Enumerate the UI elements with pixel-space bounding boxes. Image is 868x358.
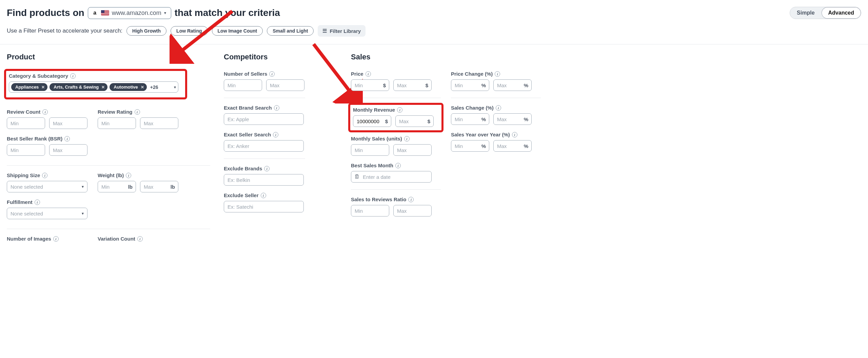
domain-select[interactable]: a www.amazon.com ▾ (88, 7, 171, 19)
info-icon[interactable]: i (395, 163, 401, 168)
num-images-label: Number of Imagesi (7, 236, 87, 242)
info-icon[interactable]: i (496, 105, 501, 111)
best-month-label: Best Sales Monthi (351, 163, 441, 168)
chip-appliances[interactable]: Appliances✕ (11, 83, 47, 91)
price-change-label: Price Change (%)i (451, 71, 541, 77)
chevron-down-icon: ▾ (174, 85, 176, 90)
info-icon[interactable]: i (70, 73, 76, 79)
chip-more[interactable]: +26 (149, 84, 160, 90)
ratio-min[interactable] (351, 205, 389, 216)
close-icon[interactable]: ✕ (101, 85, 105, 90)
info-icon[interactable]: i (35, 200, 40, 205)
page-title: Find products on a www.amazon.com ▾ that… (7, 7, 280, 19)
filter-library-label: Filter Library (330, 28, 361, 34)
sales-change-label: Sales Change (%)i (451, 105, 541, 111)
preset-label: Use a Filter Preset to accelerate your s… (7, 27, 122, 34)
sellers-min[interactable] (224, 79, 262, 91)
library-icon: ☰ (322, 28, 327, 34)
ratio-max[interactable] (393, 205, 432, 216)
sellers-label: Number of Sellersi (224, 71, 344, 77)
us-flag-icon (101, 10, 109, 16)
exclude-brands-label: Exclude Brandsi (224, 166, 344, 171)
ratio-label: Sales to Reviews Ratioi (351, 196, 441, 202)
chevron-down-icon: ▾ (164, 11, 166, 15)
seller-search-label: Exact Seller Searchi (224, 132, 344, 137)
domain-value: www.amazon.com (112, 10, 161, 17)
bsr-max[interactable] (49, 144, 87, 156)
yoy-label: Sales Year over Year (%)i (451, 132, 541, 137)
weight-label: Weight (lb)i (98, 172, 178, 178)
review-count-max[interactable] (49, 117, 87, 129)
title-part-2: that match your criteria (175, 7, 280, 18)
exclude-seller-label: Exclude Selleri (224, 192, 344, 198)
info-icon[interactable]: i (126, 173, 131, 178)
info-icon[interactable]: i (137, 236, 143, 242)
info-icon[interactable]: i (269, 71, 275, 77)
preset-high-growth[interactable]: High Growth (126, 26, 166, 36)
info-icon[interactable]: i (64, 136, 70, 142)
mode-advanced[interactable]: Advanced (822, 7, 861, 19)
info-icon[interactable]: i (42, 173, 47, 178)
variation-label: Variation Counti (98, 236, 178, 242)
price-label: Pricei (351, 71, 441, 77)
preset-low-image-count[interactable]: Low Image Count (212, 26, 263, 36)
bsr-label: Best Seller Rank (BSR)i (7, 136, 87, 142)
fulfillment-select[interactable]: None selected▾ (7, 208, 87, 219)
exclude-brands-input[interactable] (224, 174, 304, 186)
review-rating-min[interactable] (98, 117, 136, 129)
info-icon[interactable]: i (274, 105, 279, 111)
chevron-down-icon: ▾ (82, 184, 84, 189)
info-icon[interactable]: i (264, 166, 270, 171)
brand-search-label: Exact Brand Searchi (224, 105, 344, 111)
highlight-category: Category & Subcategory i Appliances✕ Art… (4, 69, 187, 99)
filter-library-button[interactable]: ☰ Filter Library (318, 25, 366, 37)
review-rating-label: Review Ratingi (98, 109, 178, 115)
section-product-heading: Product (7, 53, 217, 61)
info-icon[interactable]: i (408, 197, 414, 202)
amazon-logo-icon: a (92, 10, 98, 16)
category-select[interactable]: Appliances✕ Arts, Crafts & Sewing✕ Autom… (9, 81, 178, 93)
info-icon[interactable]: i (53, 236, 59, 242)
preset-low-rating[interactable]: Low Rating (171, 26, 208, 36)
best-month-input[interactable] (351, 171, 432, 183)
highlight-revenue: Monthly Revenuei $ $ (348, 103, 443, 132)
fulfillment-label: Fulfillmenti (7, 199, 87, 205)
review-count-label: Review Counti (7, 109, 87, 115)
chip-arts[interactable]: Arts, Crafts & Sewing✕ (50, 83, 107, 91)
info-icon[interactable]: i (397, 107, 402, 113)
info-icon[interactable]: i (42, 109, 48, 115)
section-competitors-heading: Competitors (224, 53, 344, 61)
info-icon[interactable]: i (404, 136, 410, 142)
seller-search-input[interactable] (224, 140, 304, 152)
bsr-min[interactable] (7, 144, 45, 156)
info-icon[interactable]: i (261, 193, 266, 198)
units-min[interactable] (351, 144, 389, 156)
preset-small-light[interactable]: Small and Light (267, 26, 314, 36)
info-icon[interactable]: i (135, 109, 140, 115)
category-label: Category & Subcategory i (9, 73, 182, 79)
shipping-label: Shipping Sizei (7, 172, 87, 178)
title-part-1: Find products on (7, 7, 84, 18)
units-max[interactable] (393, 144, 432, 156)
chevron-down-icon: ▾ (82, 211, 84, 216)
info-icon[interactable]: i (512, 132, 517, 137)
info-icon[interactable]: i (273, 132, 278, 137)
section-sales-heading: Sales (351, 53, 854, 61)
info-icon[interactable]: i (366, 71, 371, 77)
close-icon[interactable]: ✕ (141, 85, 144, 90)
info-icon[interactable]: i (495, 71, 500, 77)
review-rating-max[interactable] (140, 117, 178, 129)
calendar-icon: 🗓 (354, 174, 360, 180)
brand-search-input[interactable] (224, 113, 304, 125)
exclude-seller-input[interactable] (224, 201, 304, 212)
units-label: Monthly Sales (units)i (351, 136, 441, 142)
revenue-label: Monthly Revenuei (353, 107, 439, 113)
close-icon[interactable]: ✕ (41, 85, 45, 90)
shipping-select[interactable]: None selected▾ (7, 181, 87, 192)
sellers-max[interactable] (266, 79, 304, 91)
review-count-min[interactable] (7, 117, 45, 129)
mode-toggle: Simple Advanced (790, 7, 861, 19)
chip-automotive[interactable]: Automotive✕ (110, 83, 147, 91)
mode-simple[interactable]: Simple (790, 7, 821, 19)
